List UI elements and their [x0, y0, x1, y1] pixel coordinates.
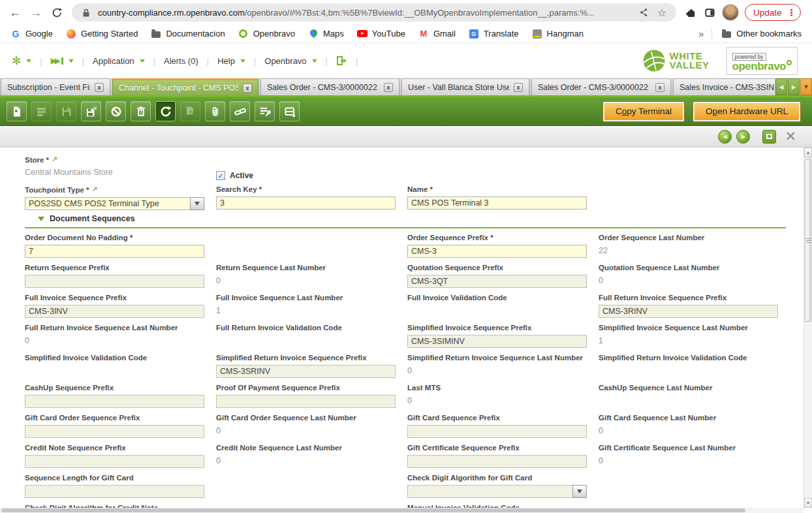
- order-document-no-padding-input[interactable]: [25, 245, 204, 258]
- vertical-scrollbar-thumb[interactable]: [805, 159, 811, 322]
- delete-button[interactable]: [131, 101, 151, 121]
- maximize-button[interactable]: [762, 130, 776, 144]
- bookmark-getting-started[interactable]: Getting Started: [59, 26, 144, 42]
- window-tab-sales-order-cms-3-0000022[interactable]: Sales Order - CMS-3/0000022 ...x: [260, 78, 399, 95]
- gift-certificate-sequence-prefix-input[interactable]: [407, 455, 587, 468]
- menu-openbravo[interactable]: Openbravo: [263, 54, 318, 69]
- proof-of-payment-sequence-prefix-input[interactable]: [216, 395, 396, 408]
- divider: |: [82, 56, 84, 66]
- next-record-button[interactable]: ▶: [736, 130, 750, 144]
- name-input[interactable]: [407, 196, 587, 210]
- cashup-sequence-prefix-input[interactable]: [25, 395, 204, 408]
- credit-note-sequence-prefix-input[interactable]: [25, 455, 204, 468]
- bookmarks-menu[interactable]: ✻: [10, 53, 33, 69]
- browser-back-button[interactable]: ←: [5, 3, 25, 22]
- recent-views-menu[interactable]: ▶▶: [50, 54, 75, 68]
- sequence-length-for-gift-card-input[interactable]: [25, 485, 204, 498]
- save-close-button[interactable]: ✕: [81, 101, 101, 121]
- horizontal-scrollbar[interactable]: [0, 508, 804, 513]
- link-to-record-icon[interactable]: ↗: [52, 155, 57, 164]
- window-tab-user-vall-blanca-store-user[interactable]: User - Vall Blanca Store Userx: [401, 78, 529, 95]
- close-tab-icon[interactable]: x: [514, 83, 523, 92]
- dropdown-button[interactable]: [572, 485, 587, 498]
- bookmark-star-icon[interactable]: ☆: [655, 6, 668, 19]
- full-invoice-sequence-prefix-input[interactable]: [25, 305, 204, 318]
- menu-help[interactable]: Help: [216, 54, 247, 69]
- link-button[interactable]: [230, 101, 250, 121]
- tab-scroll-right-button[interactable]: ▶: [788, 78, 800, 95]
- close-tab-icon[interactable]: x: [243, 84, 252, 93]
- browser-refresh-button[interactable]: [47, 3, 67, 22]
- undo-button[interactable]: [106, 101, 126, 121]
- touchpoint-type-input[interactable]: [25, 197, 204, 210]
- empty-cell: [599, 474, 790, 499]
- gift-card-order-sequence-prefix-input[interactable]: [25, 425, 204, 438]
- bookmark-openbravo[interactable]: Openbravo: [232, 26, 302, 42]
- audit-button[interactable]: [255, 101, 275, 121]
- previous-record-button[interactable]: ◀: [718, 130, 732, 144]
- bookmark-hangman[interactable]: Hangman: [525, 26, 590, 42]
- horizontal-scrollbar-thumb[interactable]: [1, 508, 745, 512]
- window-tab-subscription-event-fis[interactable]: Subscription - Event Fis...x: [1, 78, 110, 95]
- menu-alerts[interactable]: Alerts (0): [163, 54, 200, 69]
- logout-button[interactable]: [335, 53, 349, 69]
- vertical-scrollbar[interactable]: ▲ ▼: [804, 148, 812, 508]
- tab-list-dropdown-button[interactable]: ▼: [800, 78, 812, 95]
- other-bookmarks[interactable]: Other bookmarks: [715, 26, 808, 42]
- window-tab-sales-order-cms-3-0000022[interactable]: Sales Order - CMS-3/0000022 ...x: [531, 78, 671, 95]
- check-digit-algorithm-for-gift-card-input[interactable]: [407, 485, 587, 498]
- bookmark-translate[interactable]: GTranslate: [462, 26, 525, 42]
- bookmarks-overflow-chevron[interactable]: »: [693, 28, 709, 39]
- section-document-sequences[interactable]: Document Sequences: [25, 211, 786, 228]
- quotation-sequence-prefix-input[interactable]: [407, 275, 587, 288]
- view-toggle-button[interactable]: [279, 101, 300, 121]
- open-hardware-url-button[interactable]: Open Hardware URL: [693, 102, 800, 121]
- close-tab-icon[interactable]: x: [655, 83, 664, 92]
- close-tab-icon[interactable]: x: [95, 83, 104, 92]
- bookmark-documentacion[interactable]: Documentacion: [144, 26, 231, 42]
- divider: |: [40, 56, 42, 66]
- scroll-up-arrow[interactable]: ▲: [804, 148, 812, 157]
- avatar[interactable]: [722, 4, 739, 21]
- close-tab-icon[interactable]: x: [384, 83, 393, 92]
- new-row-button[interactable]: [31, 101, 52, 121]
- refresh-button[interactable]: [155, 101, 176, 121]
- window-tab-sales-invoice-cms-3sin[interactable]: Sales Invoice - CMS-3SIN: [673, 78, 775, 95]
- search-key-input[interactable]: [216, 196, 396, 210]
- bookmark-gmail[interactable]: MGmail: [412, 26, 462, 42]
- export-button[interactable]: [180, 101, 200, 121]
- return-sequence-prefix-input[interactable]: [25, 275, 204, 288]
- full-return-invoice-sequence-prefix-input[interactable]: [599, 305, 778, 318]
- copy-terminal-button[interactable]: Copy Terminal: [603, 102, 684, 121]
- simplified-invoice-sequence-prefix-input[interactable]: [407, 335, 587, 348]
- touchpoint-type-select[interactable]: [25, 197, 204, 210]
- active-checkbox[interactable]: ✓: [216, 171, 225, 180]
- gift-card-sequence-prefix-input[interactable]: [407, 425, 587, 438]
- bookmark-youtube[interactable]: YouTube: [351, 26, 412, 42]
- side-panel-icon[interactable]: [703, 6, 716, 19]
- dropdown-button[interactable]: [190, 197, 204, 210]
- window-tab-channel-touchpoint-cms-pos[interactable]: Channel - Touchpoint - CMS POS...x: [112, 78, 258, 95]
- field-label: Store *↗: [25, 155, 204, 164]
- menu-application[interactable]: Application: [91, 54, 146, 69]
- save-button[interactable]: [56, 101, 76, 121]
- extensions-icon[interactable]: [684, 6, 697, 19]
- simplified-return-invoice-sequence-prefix-input[interactable]: [216, 365, 396, 378]
- attachment-button[interactable]: [205, 101, 225, 121]
- bookmark-maps[interactable]: Maps: [302, 26, 351, 42]
- bookmark-google[interactable]: GGoogle: [4, 26, 59, 42]
- browser-update-button[interactable]: Update ⋮: [745, 4, 801, 21]
- close-view-button[interactable]: ✕: [783, 130, 798, 143]
- scroll-down-arrow[interactable]: ▼: [804, 498, 812, 508]
- check-digit-algorithm-for-gift-card-select[interactable]: [407, 485, 587, 498]
- link-to-record-icon[interactable]: ↗: [92, 185, 98, 194]
- browser-menu-icon[interactable]: ⋮: [787, 7, 796, 18]
- share-icon[interactable]: [637, 6, 650, 19]
- address-bar[interactable]: country-compliance.rm.openbravo.com/open…: [72, 3, 676, 22]
- order-sequence-prefix-input[interactable]: [407, 245, 587, 258]
- section-collapse-icon[interactable]: [38, 217, 44, 221]
- field-label: Last MTS: [407, 384, 587, 392]
- browser-forward-button[interactable]: →: [26, 3, 46, 22]
- tab-scroll-left-button[interactable]: ◀: [775, 78, 787, 95]
- new-document-button[interactable]: *: [7, 101, 27, 121]
